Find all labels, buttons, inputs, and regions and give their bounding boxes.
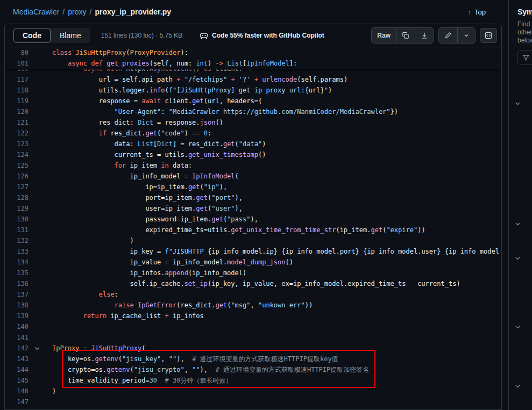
code-line: 137 else: [5,289,501,300]
toolbar-actions: Raw [371,27,497,44]
line-number[interactable]: 144 [5,364,31,375]
code-lines: 116 async with httpx.AsyncClient() as cl… [5,63,501,407]
line-number[interactable]: 141 [5,332,31,343]
line-number[interactable]: 118 [5,85,31,96]
line-number[interactable]: 139 [5,311,31,321]
code-text: ip_infos.append(ip_info_model) [44,268,246,278]
line-number[interactable]: 119 [5,96,31,106]
line-number[interactable]: 123 [5,139,31,149]
code-line: 145 time_validity_period=30 # 30分钟（最长时效） [5,375,501,386]
line-number[interactable]: 125 [5,160,31,171]
code-line: 135 ip_infos.append(ip_info_model) [5,268,501,278]
line-number[interactable]: 129 [5,203,31,214]
line-number[interactable]: 135 [5,268,31,278]
copilot-icon [200,31,208,40]
tab-code[interactable]: Code [13,28,51,43]
code-line: 142IpProxy = JiSuHttpProxy( [5,343,501,354]
download-raw-button[interactable] [415,28,434,43]
line-number[interactable]: 143 [5,354,31,364]
breadcrumb-folder-link[interactable]: proxy [68,8,86,16]
edit-file-button[interactable] [439,28,457,43]
code-line: 138 raise IpGetError(res_dict.get("msg",… [5,300,501,311]
chevron-down-icon [514,383,521,390]
breadcrumb-file-name: proxy_ip_provider.py [95,8,171,16]
code-text: ip=ip_item.get("ip"), [44,182,227,192]
code-line: 136 self.ip_cache.set_ip(ip_key, ip_valu… [5,278,501,289]
line-number[interactable]: 147 [5,397,31,407]
symbols-panel-button[interactable] [480,28,497,43]
fold-chevron-icon[interactable] [31,345,44,351]
line-number[interactable]: 132 [5,235,31,246]
chevron-down-icon [514,255,521,262]
copilot-banner[interactable]: Code 55% faster with GitHub Copilot [200,31,324,40]
code-text: password=ip_item.get("pass"), [44,214,258,225]
symbol-tree-item[interactable] [514,215,532,232]
chevron-down-icon [514,100,521,107]
line-number[interactable]: 146 [5,386,31,397]
code-line: 127 ip=ip_item.get("ip"), [5,182,501,192]
code-line: 122 if res_dict.get("code") == 0: [5,128,501,139]
edit-button-group [438,27,476,44]
file-header-row: MediaCrawler / proxy / proxy_ip_provider… [0,0,508,24]
line-number[interactable]: 121 [5,117,31,128]
line-number[interactable]: 128 [5,192,31,203]
code-text: ip_info_model = IpInfoModel( [44,171,239,182]
code-text: utils.logger.info(f"[JiSuHttpProxy] get … [44,85,332,96]
line-number[interactable]: 127 [5,182,31,192]
code-line: 134 ip_value = ip_info_model.model_dump_… [5,257,501,268]
line-number[interactable]: 101 [5,58,31,69]
file-meta-info: 151 lines (130 loc) · 5.75 KB [101,32,182,39]
code-line: 125 for ip_item in data: [5,160,501,171]
code-line: 118 utils.logger.info(f"[JiSuHttpProxy] … [5,85,501,96]
line-number[interactable]: 145 [5,375,31,386]
line-number[interactable]: 124 [5,149,31,160]
code-line: 131 expired_time_ts=utils.get_unix_time_… [5,225,501,235]
code-line: 139 return ip_cache_list + ip_infos [5,311,501,321]
back-to-top-label: Top [474,8,486,16]
edit-options-dropdown[interactable] [457,28,475,43]
code-text: current_ts = utils.get_unix_timestamp() [44,149,266,160]
code-line: 147 [5,397,501,407]
raw-button[interactable]: Raw [372,28,396,43]
symbols-filter-input[interactable] [517,50,532,65]
tab-blame[interactable]: Blame [51,28,90,43]
line-number[interactable]: 134 [5,257,31,268]
back-to-top-button[interactable]: ↑ Top [464,4,490,19]
line-number[interactable]: 133 [5,246,31,257]
line-number[interactable]: 137 [5,289,31,300]
line-number[interactable]: 140 [5,321,31,332]
code-line: 120 "User-Agent": "MediaCrawler https://… [5,106,501,117]
filter-icon [522,54,530,61]
line-number[interactable]: 136 [5,278,31,289]
copy-button[interactable] [396,28,415,43]
code-text: for ip_item in data: [44,160,192,171]
symbol-tree-item[interactable] [514,249,532,267]
line-number[interactable]: 130 [5,214,31,225]
line-number[interactable]: 138 [5,300,31,311]
code-text: response = await client.get(url, headers… [44,96,262,106]
line-number[interactable]: 80 [5,47,31,58]
code-line: 146) [5,386,501,397]
line-number[interactable]: 117 [5,74,31,85]
symbol-tree-item[interactable] [514,318,532,335]
code-text: time_validity_period=30 # 30分钟（最长时效） [44,375,232,386]
line-number[interactable]: 126 [5,171,31,182]
code-text: expired_time_ts=utils.get_unix_time_from… [44,225,425,235]
symbol-tree-item[interactable] [514,377,532,394]
code-text: user=ip_item.get("user"), [44,203,243,214]
code-line: 140 [5,321,501,332]
code-text: if res_dict.get("code") == 0: [44,128,211,139]
code-text: raise IpGetError(res_dict.get("msg", "un… [44,300,313,311]
line-number[interactable]: 120 [5,106,31,117]
symbol-tree-item[interactable] [514,95,532,112]
download-icon [421,32,428,39]
chevron-down-icon [514,323,521,330]
breadcrumb-repo-link[interactable]: MediaCrawler [13,8,59,16]
code-text: async def get_proxies(self, num: int) ->… [44,58,297,69]
code-text: IpProxy = JiSuHttpProxy( [44,343,145,354]
code-text: return ip_cache_list + ip_infos [44,311,204,321]
line-number[interactable]: 131 [5,225,31,235]
line-number[interactable]: 122 [5,128,31,139]
line-number[interactable]: 142 [5,343,31,354]
code-line: 101 async def get_proxies(self, num: int… [5,58,501,69]
